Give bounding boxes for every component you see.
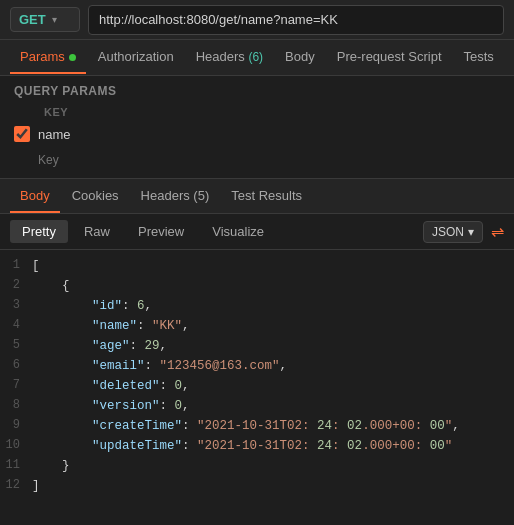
params-dot: [69, 54, 76, 61]
line-number: 3: [4, 296, 32, 315]
response-code-body: 1[2 {3 "id": 6,4 "name": "KK",5 "age": 2…: [0, 250, 514, 502]
tab-headers[interactable]: Headers (6): [186, 41, 273, 74]
param-key-input[interactable]: [38, 150, 188, 170]
response-tab-cookies[interactable]: Cookies: [62, 180, 129, 213]
line-number: 9: [4, 416, 32, 435]
response-tabs-row: Body Cookies Headers (5) Test Results: [0, 178, 514, 214]
line-content: "createTime": "2021-10-31T02: 24: 02.000…: [32, 416, 510, 436]
code-line: 11 }: [0, 456, 514, 476]
line-content: [: [32, 256, 510, 276]
code-line: 7 "deleted": 0,: [0, 376, 514, 396]
line-number: 1: [4, 256, 32, 275]
line-content: "updateTime": "2021-10-31T02: 24: 02.000…: [32, 436, 510, 456]
tab-body[interactable]: Body: [275, 41, 325, 74]
tab-tests[interactable]: Tests: [454, 41, 504, 74]
format-tabs-row: Pretty Raw Preview Visualize JSON ▾ ⇌: [0, 214, 514, 250]
code-line: 9 "createTime": "2021-10-31T02: 24: 02.0…: [0, 416, 514, 436]
line-number: 5: [4, 336, 32, 355]
param-key-name: name: [38, 127, 71, 142]
response-tab-test-results[interactable]: Test Results: [221, 180, 312, 213]
code-line: 3 "id": 6,: [0, 296, 514, 316]
format-tab-pretty[interactable]: Pretty: [10, 220, 68, 243]
code-line: 2 {: [0, 276, 514, 296]
line-content: "deleted": 0,: [32, 376, 510, 396]
line-number: 8: [4, 396, 32, 415]
method-selector[interactable]: GET ▾: [10, 7, 80, 32]
response-tab-body[interactable]: Body: [10, 180, 60, 213]
code-line: 4 "name": "KK",: [0, 316, 514, 336]
line-number: 12: [4, 476, 32, 495]
format-tab-preview[interactable]: Preview: [126, 220, 196, 243]
filter-icon[interactable]: ⇌: [491, 222, 504, 241]
param-row: name: [14, 122, 500, 146]
line-number: 6: [4, 356, 32, 375]
url-input[interactable]: [88, 5, 504, 35]
response-tab-headers[interactable]: Headers (5): [131, 180, 220, 213]
code-line: 10 "updateTime": "2021-10-31T02: 24: 02.…: [0, 436, 514, 456]
tab-params[interactable]: Params: [10, 41, 86, 74]
line-content: "id": 6,: [32, 296, 510, 316]
code-line: 1[: [0, 256, 514, 276]
line-number: 11: [4, 456, 32, 475]
tab-pre-request[interactable]: Pre-request Script: [327, 41, 452, 74]
line-number: 10: [4, 436, 32, 455]
params-table: KEY name: [14, 104, 500, 174]
params-column-key: KEY: [14, 104, 500, 122]
param-checkbox-name[interactable]: [14, 126, 30, 142]
line-content: "email": "123456@163.com",: [32, 356, 510, 376]
format-chevron-icon: ▾: [468, 225, 474, 239]
code-line: 8 "version": 0,: [0, 396, 514, 416]
tab-authorization[interactable]: Authorization: [88, 41, 184, 74]
format-select-wrap: JSON ▾ ⇌: [423, 221, 504, 243]
top-bar: GET ▾: [0, 0, 514, 40]
code-line: 12]: [0, 476, 514, 496]
request-tabs-row: Params Authorization Headers (6) Body Pr…: [0, 40, 514, 76]
method-chevron-icon: ▾: [52, 14, 57, 25]
line-content: }: [32, 456, 510, 476]
line-number: 2: [4, 276, 32, 295]
query-params-section: Query Params KEY name: [0, 76, 514, 178]
line-content: ]: [32, 476, 510, 496]
line-content: {: [32, 276, 510, 296]
code-line: 5 "age": 29,: [0, 336, 514, 356]
line-content: "version": 0,: [32, 396, 510, 416]
format-select[interactable]: JSON ▾: [423, 221, 483, 243]
line-content: "name": "KK",: [32, 316, 510, 336]
param-placeholder-row: [14, 146, 500, 174]
method-text: GET: [19, 12, 46, 27]
query-params-label: Query Params: [14, 84, 500, 98]
format-tab-visualize[interactable]: Visualize: [200, 220, 276, 243]
line-content: "age": 29,: [32, 336, 510, 356]
line-number: 4: [4, 316, 32, 335]
code-line: 6 "email": "123456@163.com",: [0, 356, 514, 376]
format-tab-raw[interactable]: Raw: [72, 220, 122, 243]
line-number: 7: [4, 376, 32, 395]
